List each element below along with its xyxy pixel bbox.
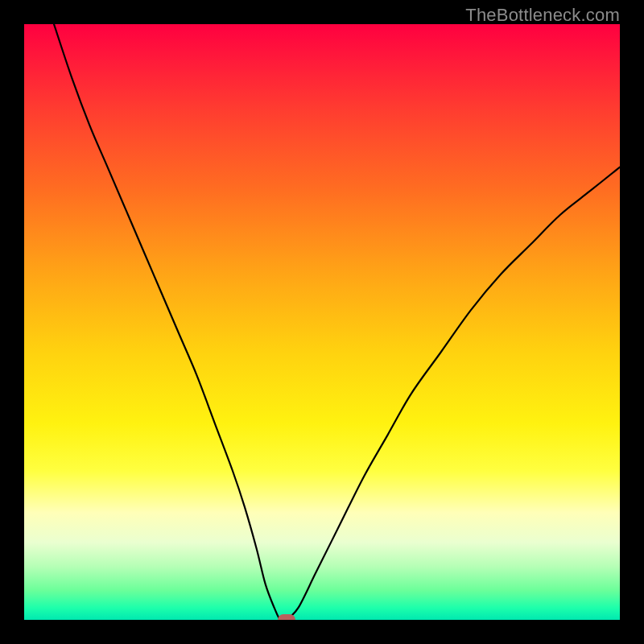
curve-left-branch xyxy=(54,24,287,620)
watermark-text: TheBottleneck.com xyxy=(465,5,620,26)
curve-right-branch xyxy=(287,167,620,620)
bottleneck-curve xyxy=(24,24,620,620)
plot-area xyxy=(24,24,620,620)
min-bottleneck-marker xyxy=(278,614,295,620)
chart-stage: TheBottleneck.com xyxy=(0,0,644,644)
